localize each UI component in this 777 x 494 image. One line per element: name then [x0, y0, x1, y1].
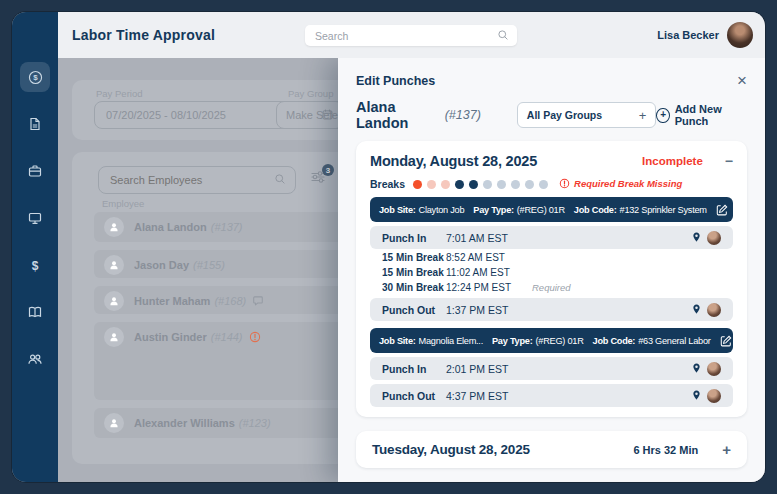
currency-sync-icon: $: [27, 69, 44, 86]
global-search-input[interactable]: [313, 29, 497, 43]
window-frame: $ $: [0, 0, 777, 494]
edit-icon[interactable]: [720, 335, 732, 347]
break-dot: [497, 180, 506, 189]
employee-column-header: Employee: [102, 198, 144, 209]
day-card-monday: Monday, August 28, 2025 Incomplete − Bre…: [356, 141, 747, 417]
sidebar-item-employees[interactable]: [20, 344, 50, 374]
panel-title: Edit Punches: [356, 74, 737, 88]
monitor-icon: [27, 210, 43, 226]
day-total-hours: 6 Hrs 32 Min: [633, 444, 698, 456]
edit-punches-panel: Edit Punches × Alana Landon (#137) All P…: [338, 58, 765, 482]
employee-search-input[interactable]: [108, 173, 274, 187]
punch-in-row[interactable]: Punch In 2:01 PM EST: [370, 357, 733, 380]
sidebar: $ $: [12, 12, 58, 482]
document-icon: [27, 116, 43, 132]
breaks-label: Breaks: [370, 178, 405, 190]
plus-circle-icon: +: [656, 108, 669, 123]
punch-in-row[interactable]: Punch In 7:01 AM EST: [370, 226, 733, 249]
panel-subheader: Alana Landon (#137) All Pay Groups + + A…: [356, 102, 747, 128]
break-dot: [413, 180, 422, 189]
break-dot: [427, 180, 436, 189]
collapse-icon[interactable]: −: [725, 153, 733, 169]
content-area: Pay Period Pay Group Make Selection: [58, 58, 765, 482]
break-entry[interactable]: 15 Min Break 11:02 AM EST: [370, 266, 733, 279]
location-pin-icon[interactable]: [692, 360, 701, 378]
punch-out-row[interactable]: Punch Out 4:37 PM EST: [370, 384, 733, 407]
punch-photo-avatar[interactable]: [707, 231, 721, 245]
search-icon: [274, 173, 286, 187]
close-icon[interactable]: ×: [737, 73, 747, 89]
sidebar-item-kiosk[interactable]: [20, 203, 50, 233]
break-warning: Required Break Missing: [559, 178, 682, 189]
break-dot: [483, 180, 492, 189]
global-search: [305, 25, 517, 46]
person-avatar-icon: [104, 291, 124, 311]
punch-photo-avatar[interactable]: [707, 303, 721, 317]
pay-period-label: Pay Period: [96, 88, 142, 99]
page-title: Labor Time Approval: [72, 27, 215, 43]
day-card-tuesday[interactable]: Tuesday, August 28, 2025 6 Hrs 32 Min +: [356, 431, 747, 468]
person-avatar-icon: [104, 413, 124, 433]
break-entry[interactable]: 15 Min Break 8:52 AM EST: [370, 251, 733, 264]
job-bar: Job Site:Magnolia Elem... Pay Type:(#REG…: [370, 328, 733, 353]
break-dot: [455, 180, 464, 189]
location-pin-icon[interactable]: [692, 229, 701, 247]
break-dot: [539, 180, 548, 189]
dollar-icon: $: [27, 257, 43, 273]
breaks-indicator: Breaks Required Break Missing: [370, 177, 733, 190]
plus-icon: +: [639, 108, 647, 123]
book-icon: [27, 304, 43, 320]
sidebar-item-currency-sync[interactable]: $: [20, 62, 50, 92]
search-icon: [497, 27, 509, 45]
user-avatar: [727, 22, 753, 48]
panel-header: Edit Punches ×: [356, 70, 747, 92]
svg-text:$: $: [33, 73, 38, 82]
required-note: Required: [532, 282, 571, 293]
app-window: $ $: [12, 12, 765, 482]
comment-icon: [252, 291, 264, 311]
svg-text:$: $: [32, 259, 39, 273]
user-menu[interactable]: Lisa Becker: [657, 12, 753, 58]
job-bar: Job Site:Clayton Job Pay Type:(#REG) 01R…: [370, 197, 733, 222]
punch-photo-avatar[interactable]: [707, 389, 721, 403]
add-new-punch-button[interactable]: + Add New Punch: [656, 103, 747, 127]
break-dot: [441, 180, 450, 189]
person-avatar-icon: [104, 255, 124, 275]
sidebar-item-jobs[interactable]: [20, 156, 50, 186]
edit-icon[interactable]: [716, 204, 728, 216]
break-dot: [525, 180, 534, 189]
alert-icon: [559, 178, 570, 189]
location-pin-icon[interactable]: [692, 301, 701, 319]
filter-count-badge: 3: [322, 164, 334, 176]
main-area: Labor Time Approval Lisa Becker Pay Peri…: [58, 12, 765, 482]
sidebar-item-reports[interactable]: [20, 297, 50, 327]
pay-groups-dropdown[interactable]: All Pay Groups +: [517, 102, 657, 128]
day-date: Monday, August 28, 2025: [370, 153, 642, 169]
pay-group-label: Pay Group: [288, 88, 333, 99]
status-badge: Incomplete: [642, 155, 703, 167]
selected-employee-id: (#137): [445, 108, 481, 122]
briefcase-icon: [27, 163, 43, 179]
top-header: Labor Time Approval Lisa Becker: [58, 12, 765, 58]
person-avatar-icon: [104, 217, 124, 237]
break-entry[interactable]: 30 Min Break 12:24 PM EST Required: [370, 281, 733, 294]
user-name: Lisa Becker: [657, 29, 719, 41]
day-date: Tuesday, August 28, 2025: [372, 442, 633, 457]
selected-employee-name: Alana Landon: [356, 99, 440, 131]
person-avatar-icon: [104, 327, 124, 347]
warning-icon: [249, 327, 261, 347]
expand-icon[interactable]: +: [722, 441, 731, 458]
users-icon: [27, 351, 43, 367]
employee-search: [98, 166, 296, 194]
punch-out-row[interactable]: Punch Out 1:37 PM EST: [370, 298, 733, 321]
location-pin-icon[interactable]: [692, 387, 701, 405]
sidebar-item-documents[interactable]: [20, 109, 50, 139]
break-dots: [413, 175, 553, 193]
day-header: Monday, August 28, 2025 Incomplete −: [370, 150, 733, 172]
break-dot: [469, 180, 478, 189]
break-dot: [511, 180, 520, 189]
punch-photo-avatar[interactable]: [707, 362, 721, 376]
sidebar-item-payroll[interactable]: $: [20, 250, 50, 280]
